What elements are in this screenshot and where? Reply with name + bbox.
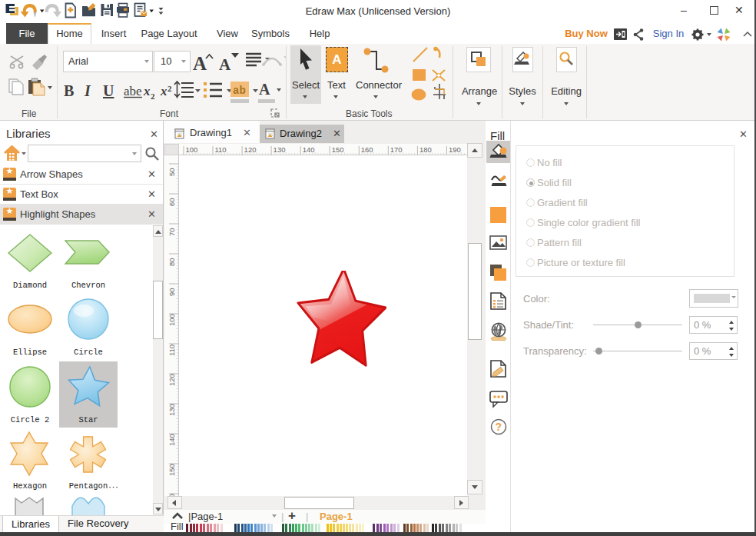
svg-text:70: 70 [167,228,176,236]
svg-text:U: U [103,82,114,99]
svg-text:2: 2 [167,84,172,93]
svg-text:A: A [219,55,231,74]
svg-text:100: 100 [186,145,198,154]
svg-text:150: 150 [167,464,176,476]
svg-text:90: 90 [167,288,176,296]
svg-text:140: 140 [167,434,176,446]
svg-text:110: 110 [167,345,176,356]
svg-text:160: 160 [361,145,373,154]
svg-text:x: x [160,84,167,98]
svg-text:50: 50 [167,168,176,176]
svg-text:x: x [143,84,151,98]
svg-text:B: B [64,82,74,99]
svg-text:180: 180 [419,145,432,154]
svg-text:80: 80 [167,258,176,266]
svg-text:120: 120 [244,145,257,154]
svg-text:A: A [193,53,207,74]
svg-text:100: 100 [167,314,176,326]
svg-text:ab: ab [233,85,246,97]
svg-text:110: 110 [215,145,227,154]
svg-text:I: I [84,82,91,99]
svg-text:190: 190 [449,145,461,154]
svg-text:?: ? [496,421,502,433]
svg-text:170: 170 [390,145,403,154]
svg-text:2: 2 [151,92,155,101]
svg-text:150: 150 [332,145,344,154]
svg-text:130: 130 [274,145,286,154]
svg-text:120: 120 [167,374,176,386]
svg-text:130: 130 [167,404,176,416]
svg-text:60: 60 [167,198,176,206]
svg-text:140: 140 [303,145,315,154]
svg-text:abe: abe [124,84,142,98]
